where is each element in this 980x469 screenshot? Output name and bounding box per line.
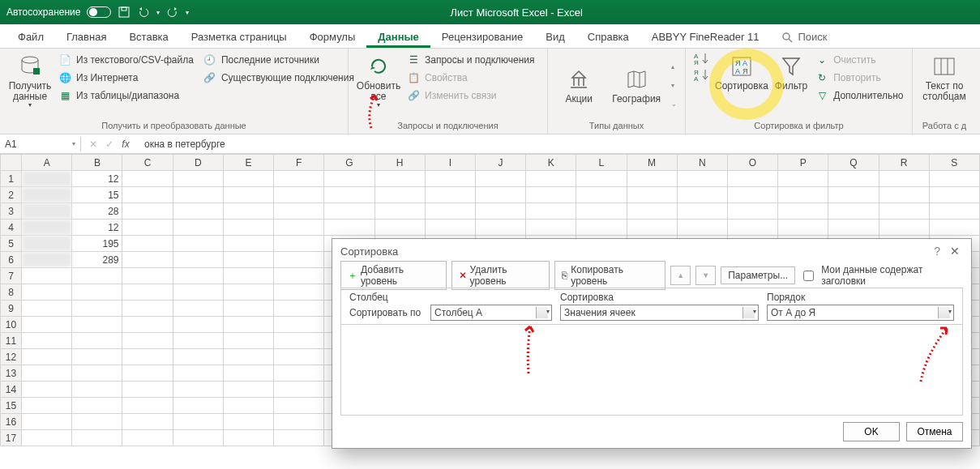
cell[interactable] (22, 252, 72, 268)
cell[interactable] (122, 220, 173, 236)
select-all-corner[interactable] (1, 155, 22, 171)
cell[interactable] (223, 382, 273, 398)
row-header[interactable]: 10 (1, 317, 22, 333)
cell[interactable] (879, 171, 929, 187)
cell[interactable] (425, 220, 475, 236)
cell[interactable]: 195 (72, 236, 122, 252)
row-header[interactable]: 6 (1, 252, 22, 268)
cell[interactable]: 15 (72, 187, 122, 203)
cell[interactable] (879, 220, 929, 236)
cell[interactable] (122, 284, 173, 301)
tab-formulas[interactable]: Формулы (298, 26, 367, 48)
cell[interactable] (274, 398, 324, 414)
row-header[interactable]: 14 (1, 382, 22, 398)
tab-search[interactable]: Поиск (770, 26, 838, 48)
cell[interactable] (122, 333, 173, 349)
cell[interactable] (274, 349, 324, 365)
row-header[interactable]: 7 (1, 268, 22, 284)
cell[interactable] (22, 430, 72, 446)
cell[interactable] (929, 171, 979, 187)
cell[interactable] (627, 220, 677, 236)
col-header[interactable]: L (576, 155, 627, 171)
tab-help[interactable]: Справка (576, 26, 640, 48)
fx-icon[interactable]: fx (118, 139, 133, 150)
autosave-toggle[interactable] (87, 6, 111, 18)
cancel-formula-icon[interactable]: ✕ (86, 139, 101, 150)
cell[interactable] (22, 349, 72, 365)
cell[interactable] (778, 203, 828, 220)
cell[interactable] (72, 333, 122, 349)
cell[interactable] (173, 349, 223, 365)
cell[interactable] (475, 187, 525, 203)
cell[interactable] (223, 252, 273, 268)
row-header[interactable]: 1 (1, 171, 22, 187)
cell[interactable] (677, 203, 727, 220)
advanced-filter-button[interactable]: ▽Дополнительно (812, 87, 906, 104)
sort-button[interactable]: ЯААЯ Сортировка (713, 52, 770, 93)
col-header[interactable]: D (173, 155, 223, 171)
recent-sources-button[interactable]: 🕘Последние источники (200, 52, 357, 68)
col-header[interactable]: I (425, 155, 475, 171)
cell[interactable] (576, 187, 627, 203)
cell[interactable] (223, 203, 273, 220)
cell[interactable] (223, 349, 273, 365)
delete-level-button[interactable]: ✕Удалить уровень (451, 261, 550, 290)
cell[interactable] (122, 301, 173, 317)
cell[interactable] (122, 171, 173, 187)
col-header[interactable]: E (223, 155, 273, 171)
undo-dropdown-icon[interactable]: ▾ (156, 9, 160, 16)
cell[interactable] (122, 236, 173, 252)
cell[interactable] (828, 220, 879, 236)
cell[interactable] (274, 382, 324, 398)
cell[interactable] (173, 187, 223, 203)
cell[interactable]: 12 (72, 220, 122, 236)
cell[interactable]: 12 (72, 171, 122, 187)
cell[interactable] (627, 171, 677, 187)
cell[interactable] (22, 268, 72, 284)
cell[interactable] (72, 365, 122, 382)
from-web-button[interactable]: 🌐Из Интернета (55, 70, 197, 86)
row-header[interactable]: 4 (1, 220, 22, 236)
cell[interactable] (223, 317, 273, 333)
enter-formula-icon[interactable]: ✓ (102, 139, 117, 150)
cell[interactable] (223, 268, 273, 284)
col-header[interactable]: R (879, 155, 929, 171)
cell[interactable] (223, 187, 273, 203)
cell[interactable] (72, 317, 122, 333)
cell[interactable] (223, 236, 273, 252)
column-select[interactable]: Столбец A▾ (430, 305, 552, 321)
cell[interactable] (122, 252, 173, 268)
cell[interactable] (223, 430, 273, 446)
cell[interactable] (828, 187, 879, 203)
cell[interactable] (929, 187, 979, 203)
filter-button[interactable]: Фильтр (773, 52, 809, 93)
close-icon[interactable]: ✕ (947, 245, 963, 258)
cell[interactable] (223, 171, 273, 187)
cell[interactable] (627, 203, 677, 220)
col-header[interactable]: S (929, 155, 979, 171)
cell[interactable] (122, 430, 173, 446)
cell[interactable] (22, 398, 72, 414)
cell[interactable] (778, 220, 828, 236)
col-header[interactable]: O (727, 155, 777, 171)
cell[interactable] (122, 382, 173, 398)
cell[interactable] (677, 171, 727, 187)
cell[interactable] (727, 220, 777, 236)
cell[interactable] (274, 268, 324, 284)
cell[interactable] (173, 236, 223, 252)
cancel-button[interactable]: Отмена (906, 422, 963, 441)
col-header[interactable]: J (475, 155, 525, 171)
cell[interactable] (122, 414, 173, 430)
tab-home[interactable]: Главная (55, 26, 118, 48)
tab-data[interactable]: Данные (366, 26, 430, 48)
col-header[interactable]: A (22, 155, 72, 171)
row-header[interactable]: 12 (1, 349, 22, 365)
cell[interactable] (274, 252, 324, 268)
cell[interactable] (173, 284, 223, 301)
cell[interactable] (274, 236, 324, 252)
cell[interactable] (274, 284, 324, 301)
col-header[interactable]: P (778, 155, 828, 171)
cell[interactable] (72, 382, 122, 398)
name-box[interactable]: A1 (0, 137, 81, 151)
cell[interactable] (173, 252, 223, 268)
